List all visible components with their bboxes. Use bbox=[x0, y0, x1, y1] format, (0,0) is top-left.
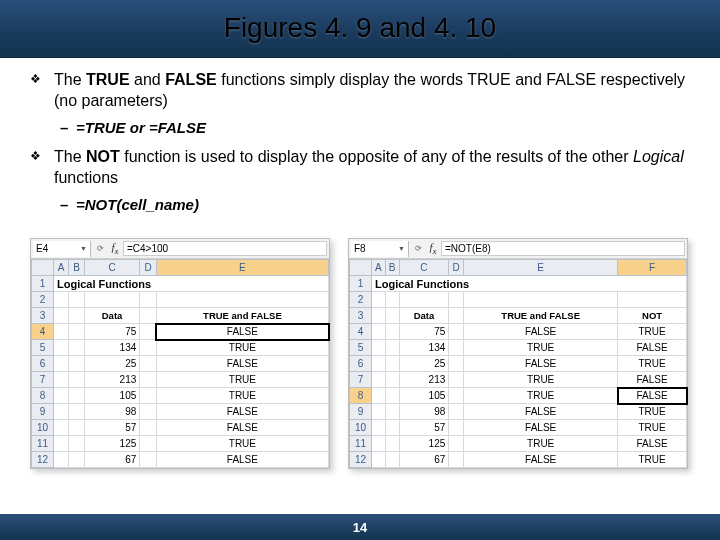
row-header[interactable]: 8 bbox=[32, 388, 54, 404]
refresh-icon[interactable]: ⟳ bbox=[93, 242, 107, 256]
cell[interactable]: FALSE bbox=[464, 324, 618, 340]
row-header[interactable]: 12 bbox=[32, 452, 54, 468]
cell[interactable]: TRUE bbox=[618, 404, 687, 420]
row-header[interactable]: 11 bbox=[32, 436, 54, 452]
select-all[interactable] bbox=[350, 260, 372, 276]
cell[interactable]: 57 bbox=[399, 420, 449, 436]
row-header[interactable]: 1 bbox=[32, 276, 54, 292]
cell[interactable]: FALSE bbox=[618, 436, 687, 452]
cell[interactable]: TRUE bbox=[464, 340, 618, 356]
cell[interactable]: TRUE bbox=[156, 388, 328, 404]
col-header[interactable]: B bbox=[69, 260, 84, 276]
cell[interactable]: 125 bbox=[84, 436, 139, 452]
col-header[interactable]: E bbox=[156, 260, 328, 276]
content-area: The TRUE and FALSE functions simply disp… bbox=[0, 58, 720, 214]
row-header[interactable]: 1 bbox=[350, 276, 372, 292]
row-header[interactable]: 7 bbox=[350, 372, 372, 388]
col-header[interactable]: F bbox=[618, 260, 687, 276]
cell[interactable]: NOT bbox=[618, 308, 687, 324]
cell[interactable]: 67 bbox=[399, 452, 449, 468]
cell[interactable]: 98 bbox=[399, 404, 449, 420]
cell[interactable]: FALSE bbox=[156, 356, 328, 372]
cell[interactable]: TRUE bbox=[156, 372, 328, 388]
row-header[interactable]: 6 bbox=[350, 356, 372, 372]
selected-cell[interactable]: FALSE bbox=[156, 324, 328, 340]
row-header[interactable]: 2 bbox=[32, 292, 54, 308]
cell[interactable]: TRUE and FALSE bbox=[156, 308, 328, 324]
cell[interactable]: 134 bbox=[399, 340, 449, 356]
row-header[interactable]: 3 bbox=[350, 308, 372, 324]
cell[interactable]: Data bbox=[84, 308, 139, 324]
cell[interactable]: 105 bbox=[399, 388, 449, 404]
cell[interactable]: FALSE bbox=[464, 404, 618, 420]
select-all[interactable] bbox=[32, 260, 54, 276]
cell[interactable]: 125 bbox=[399, 436, 449, 452]
cell[interactable]: FALSE bbox=[464, 356, 618, 372]
cell[interactable]: FALSE bbox=[156, 404, 328, 420]
cell[interactable]: 25 bbox=[399, 356, 449, 372]
row-header[interactable]: 5 bbox=[32, 340, 54, 356]
cell[interactable]: TRUE bbox=[464, 436, 618, 452]
fx-icon[interactable]: fx bbox=[107, 241, 123, 256]
row-header[interactable]: 5 bbox=[350, 340, 372, 356]
cell[interactable]: TRUE bbox=[464, 372, 618, 388]
row-header[interactable]: 4 bbox=[350, 324, 372, 340]
cell[interactable]: 75 bbox=[399, 324, 449, 340]
cell[interactable]: FALSE bbox=[156, 452, 328, 468]
col-header[interactable]: D bbox=[449, 260, 464, 276]
row-header[interactable]: 12 bbox=[350, 452, 372, 468]
cell[interactable]: FALSE bbox=[464, 452, 618, 468]
cell[interactable]: Logical Functions bbox=[54, 276, 329, 292]
formula-bar[interactable]: =C4>100 bbox=[123, 241, 327, 256]
cell[interactable]: FALSE bbox=[156, 420, 328, 436]
col-header[interactable]: B bbox=[385, 260, 399, 276]
row-header[interactable]: 3 bbox=[32, 308, 54, 324]
cell[interactable]: Data bbox=[399, 308, 449, 324]
col-header[interactable]: A bbox=[54, 260, 69, 276]
cell[interactable]: Logical Functions bbox=[372, 276, 687, 292]
cell[interactable]: 75 bbox=[84, 324, 139, 340]
row-header[interactable]: 2 bbox=[350, 292, 372, 308]
cell[interactable]: 213 bbox=[399, 372, 449, 388]
cell[interactable]: TRUE bbox=[618, 452, 687, 468]
col-header[interactable]: C bbox=[84, 260, 139, 276]
cell[interactable]: 25 bbox=[84, 356, 139, 372]
col-header[interactable]: C bbox=[399, 260, 449, 276]
cell[interactable]: FALSE bbox=[618, 372, 687, 388]
row-header[interactable]: 10 bbox=[32, 420, 54, 436]
formula-bar[interactable]: =NOT(E8) bbox=[441, 241, 685, 256]
row-header[interactable]: 7 bbox=[32, 372, 54, 388]
excel-figure-right: F8▼ ⟳ fx =NOT(E8) A B C D E F 1Logical F… bbox=[348, 238, 688, 469]
cell[interactable]: 67 bbox=[84, 452, 139, 468]
col-header[interactable]: E bbox=[464, 260, 618, 276]
cell[interactable]: 98 bbox=[84, 404, 139, 420]
refresh-icon[interactable]: ⟳ bbox=[411, 242, 425, 256]
selected-cell[interactable]: FALSE bbox=[618, 388, 687, 404]
row-header[interactable]: 4 bbox=[32, 324, 54, 340]
row-header[interactable]: 9 bbox=[32, 404, 54, 420]
row-header[interactable]: 10 bbox=[350, 420, 372, 436]
row-header[interactable]: 11 bbox=[350, 436, 372, 452]
cell[interactable]: FALSE bbox=[464, 420, 618, 436]
cell[interactable]: TRUE bbox=[618, 324, 687, 340]
fx-icon[interactable]: fx bbox=[425, 241, 441, 256]
cell[interactable]: 213 bbox=[84, 372, 139, 388]
cell[interactable]: 105 bbox=[84, 388, 139, 404]
cell[interactable]: 57 bbox=[84, 420, 139, 436]
row-header[interactable]: 9 bbox=[350, 404, 372, 420]
cell[interactable]: TRUE bbox=[156, 340, 328, 356]
name-box[interactable]: E4▼ bbox=[33, 241, 91, 257]
cell[interactable]: TRUE bbox=[156, 436, 328, 452]
col-header[interactable]: D bbox=[140, 260, 157, 276]
cell[interactable]: 134 bbox=[84, 340, 139, 356]
col-header[interactable]: A bbox=[372, 260, 386, 276]
cell[interactable]: TRUE bbox=[618, 420, 687, 436]
name-box[interactable]: F8▼ bbox=[351, 241, 409, 257]
cell[interactable]: TRUE bbox=[618, 356, 687, 372]
worksheet-grid: A B C D E F 1Logical Functions 2 3DataTR… bbox=[349, 259, 687, 468]
row-header[interactable]: 6 bbox=[32, 356, 54, 372]
cell[interactable]: TRUE bbox=[464, 388, 618, 404]
row-header[interactable]: 8 bbox=[350, 388, 372, 404]
cell[interactable]: TRUE and FALSE bbox=[464, 308, 618, 324]
cell[interactable]: FALSE bbox=[618, 340, 687, 356]
